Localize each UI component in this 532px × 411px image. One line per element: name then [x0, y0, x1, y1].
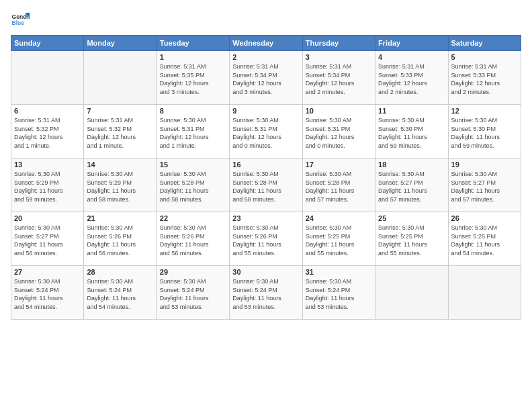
logo: General Blue: [11, 11, 30, 30]
header-thursday: Thursday: [302, 36, 375, 51]
day-number: 26: [451, 214, 518, 222]
days-header-row: SundayMondayTuesdayWednesdayThursdayFrid…: [11, 36, 521, 51]
day-info: Sunrise: 5:30 AM Sunset: 5:28 PM Dayligh…: [306, 170, 372, 203]
day-info: Sunrise: 5:30 AM Sunset: 5:29 PM Dayligh…: [87, 170, 153, 203]
day-info: Sunrise: 5:30 AM Sunset: 5:31 PM Dayligh…: [232, 116, 299, 150]
calendar-cell: 30Sunrise: 5:30 AM Sunset: 5:24 PM Dayli…: [230, 266, 302, 320]
day-number: 9: [232, 107, 299, 115]
calendar-cell: 27Sunrise: 5:30 AM Sunset: 5:24 PM Dayli…: [11, 266, 84, 320]
calendar-cell: 28Sunrise: 5:30 AM Sunset: 5:24 PM Dayli…: [84, 266, 157, 320]
calendar-cell: 4Sunrise: 5:31 AM Sunset: 5:33 PM Daylig…: [375, 51, 448, 105]
calendar-cell: 12Sunrise: 5:30 AM Sunset: 5:30 PM Dayli…: [448, 105, 521, 158]
day-number: 7: [87, 107, 153, 115]
day-info: Sunrise: 5:31 AM Sunset: 5:34 PM Dayligh…: [306, 62, 372, 96]
day-info: Sunrise: 5:30 AM Sunset: 5:27 PM Dayligh…: [14, 224, 81, 257]
calendar-cell: 24Sunrise: 5:30 AM Sunset: 5:25 PM Dayli…: [302, 212, 375, 266]
day-number: 6: [14, 107, 81, 115]
day-number: 29: [160, 268, 226, 276]
day-number: 10: [306, 107, 372, 115]
header-monday: Monday: [84, 36, 157, 51]
calendar-cell: 11Sunrise: 5:30 AM Sunset: 5:30 PM Dayli…: [375, 105, 448, 158]
calendar-cell: 26Sunrise: 5:30 AM Sunset: 5:25 PM Dayli…: [448, 212, 521, 266]
calendar-cell: 3Sunrise: 5:31 AM Sunset: 5:34 PM Daylig…: [302, 51, 375, 105]
day-info: Sunrise: 5:30 AM Sunset: 5:24 PM Dayligh…: [160, 277, 226, 311]
day-info: Sunrise: 5:30 AM Sunset: 5:30 PM Dayligh…: [451, 116, 518, 150]
day-info: Sunrise: 5:31 AM Sunset: 5:32 PM Dayligh…: [14, 116, 81, 150]
day-number: 27: [14, 268, 81, 276]
day-info: Sunrise: 5:30 AM Sunset: 5:31 PM Dayligh…: [306, 116, 372, 150]
day-info: Sunrise: 5:30 AM Sunset: 5:30 PM Dayligh…: [378, 116, 445, 150]
calendar-cell: [448, 266, 521, 320]
day-number: 14: [87, 161, 153, 169]
day-number: 2: [232, 53, 299, 61]
logo-icon: General Blue: [11, 11, 30, 30]
day-number: 16: [232, 161, 299, 169]
calendar-cell: 31Sunrise: 5:30 AM Sunset: 5:24 PM Dayli…: [302, 266, 375, 320]
day-info: Sunrise: 5:31 AM Sunset: 5:34 PM Dayligh…: [232, 62, 299, 96]
day-info: Sunrise: 5:31 AM Sunset: 5:32 PM Dayligh…: [87, 116, 153, 150]
day-number: 22: [160, 214, 226, 222]
day-info: Sunrise: 5:31 AM Sunset: 5:35 PM Dayligh…: [160, 62, 226, 96]
calendar-cell: 5Sunrise: 5:31 AM Sunset: 5:33 PM Daylig…: [448, 51, 521, 105]
calendar-cell: 25Sunrise: 5:30 AM Sunset: 5:25 PM Dayli…: [375, 212, 448, 266]
calendar-cell: 1Sunrise: 5:31 AM Sunset: 5:35 PM Daylig…: [157, 51, 229, 105]
week-row-2: 6Sunrise: 5:31 AM Sunset: 5:32 PM Daylig…: [11, 105, 521, 158]
calendar-cell: 18Sunrise: 5:30 AM Sunset: 5:27 PM Dayli…: [375, 158, 448, 212]
day-number: 5: [451, 53, 518, 61]
calendar-cell: 9Sunrise: 5:30 AM Sunset: 5:31 PM Daylig…: [230, 105, 302, 158]
header-sunday: Sunday: [11, 36, 84, 51]
day-info: Sunrise: 5:30 AM Sunset: 5:24 PM Dayligh…: [14, 277, 81, 311]
calendar-cell: 21Sunrise: 5:30 AM Sunset: 5:26 PM Dayli…: [84, 212, 157, 266]
calendar-cell: [84, 51, 157, 105]
day-number: 21: [87, 214, 153, 222]
calendar-cell: 29Sunrise: 5:30 AM Sunset: 5:24 PM Dayli…: [157, 266, 229, 320]
day-info: Sunrise: 5:30 AM Sunset: 5:24 PM Dayligh…: [87, 277, 153, 311]
header-friday: Friday: [375, 36, 448, 51]
calendar-cell: 8Sunrise: 5:30 AM Sunset: 5:31 PM Daylig…: [157, 105, 229, 158]
svg-text:Blue: Blue: [12, 19, 25, 26]
calendar-cell: 6Sunrise: 5:31 AM Sunset: 5:32 PM Daylig…: [11, 105, 84, 158]
day-info: Sunrise: 5:30 AM Sunset: 5:25 PM Dayligh…: [306, 224, 372, 257]
calendar-cell: 19Sunrise: 5:30 AM Sunset: 5:27 PM Dayli…: [448, 158, 521, 212]
day-info: Sunrise: 5:30 AM Sunset: 5:25 PM Dayligh…: [378, 224, 445, 257]
day-info: Sunrise: 5:30 AM Sunset: 5:31 PM Dayligh…: [160, 116, 226, 150]
calendar-cell: 16Sunrise: 5:30 AM Sunset: 5:28 PM Dayli…: [230, 158, 302, 212]
calendar-cell: 13Sunrise: 5:30 AM Sunset: 5:29 PM Dayli…: [11, 158, 84, 212]
day-number: 25: [378, 214, 445, 222]
day-info: Sunrise: 5:30 AM Sunset: 5:27 PM Dayligh…: [378, 170, 445, 203]
calendar-cell: 2Sunrise: 5:31 AM Sunset: 5:34 PM Daylig…: [230, 51, 302, 105]
day-number: 3: [306, 53, 372, 61]
day-number: 24: [306, 214, 372, 222]
day-number: 4: [378, 53, 445, 61]
calendar-table: SundayMondayTuesdayWednesdayThursdayFrid…: [11, 35, 521, 320]
day-number: 12: [451, 107, 518, 115]
day-info: Sunrise: 5:30 AM Sunset: 5:28 PM Dayligh…: [232, 170, 299, 203]
day-info: Sunrise: 5:30 AM Sunset: 5:24 PM Dayligh…: [232, 277, 299, 311]
day-number: 1: [160, 53, 226, 61]
calendar-cell: 10Sunrise: 5:30 AM Sunset: 5:31 PM Dayli…: [302, 105, 375, 158]
week-row-1: 1Sunrise: 5:31 AM Sunset: 5:35 PM Daylig…: [11, 51, 521, 105]
day-number: 8: [160, 107, 226, 115]
week-row-5: 27Sunrise: 5:30 AM Sunset: 5:24 PM Dayli…: [11, 266, 521, 320]
page-header: General Blue: [11, 11, 521, 30]
day-info: Sunrise: 5:30 AM Sunset: 5:27 PM Dayligh…: [451, 170, 518, 203]
day-number: 19: [451, 161, 518, 169]
day-number: 20: [14, 214, 81, 222]
day-info: Sunrise: 5:30 AM Sunset: 5:24 PM Dayligh…: [306, 277, 372, 311]
calendar-cell: 14Sunrise: 5:30 AM Sunset: 5:29 PM Dayli…: [84, 158, 157, 212]
calendar-cell: 7Sunrise: 5:31 AM Sunset: 5:32 PM Daylig…: [84, 105, 157, 158]
day-number: 18: [378, 161, 445, 169]
day-number: 31: [306, 268, 372, 276]
day-info: Sunrise: 5:30 AM Sunset: 5:28 PM Dayligh…: [160, 170, 226, 203]
calendar-cell: 22Sunrise: 5:30 AM Sunset: 5:26 PM Dayli…: [157, 212, 229, 266]
day-info: Sunrise: 5:30 AM Sunset: 5:29 PM Dayligh…: [14, 170, 81, 203]
header-tuesday: Tuesday: [157, 36, 229, 51]
header-wednesday: Wednesday: [230, 36, 302, 51]
calendar-cell: 20Sunrise: 5:30 AM Sunset: 5:27 PM Dayli…: [11, 212, 84, 266]
day-number: 30: [232, 268, 299, 276]
day-number: 15: [160, 161, 226, 169]
day-number: 17: [306, 161, 372, 169]
calendar-cell: 15Sunrise: 5:30 AM Sunset: 5:28 PM Dayli…: [157, 158, 229, 212]
calendar-cell: 23Sunrise: 5:30 AM Sunset: 5:26 PM Dayli…: [230, 212, 302, 266]
day-info: Sunrise: 5:30 AM Sunset: 5:25 PM Dayligh…: [451, 224, 518, 257]
